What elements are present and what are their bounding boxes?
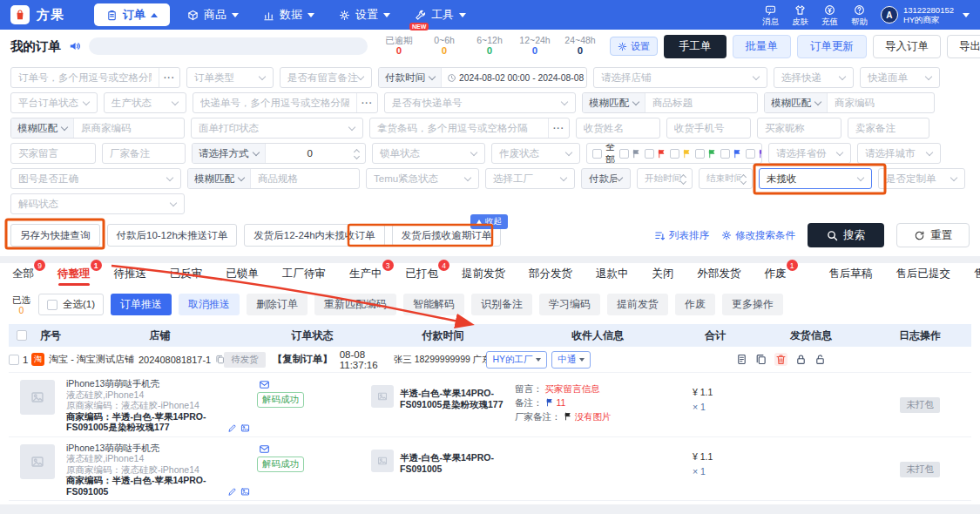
tab-售后已提交[interactable]: 售后已提交 [896,267,951,289]
copy-icon[interactable] [755,354,767,365]
nav-menu-订单[interactable]: 订单 [94,3,170,26]
filter-厂家备注-input[interactable] [103,148,185,159]
filter-商品标题[interactable]: 模糊匹配 [582,92,758,113]
filter-是否定制单[interactable]: 是否定制单 [878,168,965,189]
filter-平台订单状态[interactable]: 平台订单状态 [10,92,98,113]
filter-原商家编码-input[interactable] [74,123,184,133]
manual-order-button[interactable]: 手工单 [664,35,727,58]
speaker-icon[interactable] [69,40,81,52]
nav-menu-商品[interactable]: 商品 [175,0,251,30]
tab-部分发货[interactable]: 部分发货 [529,267,572,289]
filter-收货姓名[interactable] [576,118,660,139]
header-checkbox[interactable] [17,330,27,341]
tab-作废[interactable]: 作废1 [765,267,787,289]
lock-icon[interactable] [795,354,807,365]
filter-快递单号，多个用逗号或空格分隔-input[interactable] [193,98,356,108]
filter-图号是否正确[interactable]: 图号是否正确 [10,168,181,189]
nav-quick-帮助[interactable]: 帮助 [851,4,868,26]
filter-商品规格[interactable]: 模糊匹配 [187,168,360,189]
filter-收货手机号[interactable] [666,118,751,139]
filter-是否有快递单号[interactable]: 是否有快递单号 [384,92,576,113]
row-checkbox[interactable] [9,355,19,365]
action-提前发货[interactable]: 提前发货 [607,294,668,315]
account-menu[interactable]: A 13122280152 HY的商家 [881,5,970,25]
filter-商品标题-input[interactable] [645,98,757,108]
action-更多操作[interactable]: 更多操作 [722,294,783,315]
date-field-select[interactable]: 付款时间 [379,68,442,87]
action-重新匹配编码[interactable]: 重新匹配编码 [314,294,396,315]
action-删除订单[interactable]: 删除订单 [247,294,308,315]
match-mode-select[interactable]: 模糊匹配 [188,169,251,188]
tab-售后完成[interactable]: 售后完成1 [974,267,980,289]
save-quick-query-button[interactable]: 另存为快捷查询 [10,224,100,247]
export-orders-button[interactable]: 导出订单 [947,35,980,58]
filter-买家留言-input[interactable] [11,148,95,159]
filter-flags[interactable]: 全部 [586,143,762,164]
filter-拿货条码，多个用逗号或空格分隔[interactable]: ··· [369,118,570,139]
tab-待整理[interactable]: 待整理1 [57,267,91,289]
nav-menu-数据[interactable]: 数据 [251,0,327,30]
quick-filter-button[interactable]: 发货后12-24h内未揽收订单 [244,224,384,247]
modify-search-link[interactable]: 修改搜索条件 [721,229,795,242]
nav-menu-工具[interactable]: 工具NEW [402,0,478,30]
action-取消推送[interactable]: 取消推送 [179,294,240,315]
nav-quick-皮肤[interactable]: 皮肤 [792,4,808,26]
filter-收货姓名-input[interactable] [577,123,659,133]
mail-icon[interactable] [259,443,270,455]
more-options-button[interactable]: ··· [159,68,179,87]
pic-icon[interactable] [240,487,250,497]
filter-Temu紧急状态[interactable]: Temu紧急状态 [366,168,479,189]
filter-商品规格-input[interactable] [251,173,359,184]
pencil-icon[interactable] [227,487,237,497]
more-options-button[interactable]: ··· [548,118,569,138]
order-update-button[interactable]: 订单更新 [797,35,867,58]
filter-买家留言[interactable] [10,143,96,164]
action-识别备注[interactable]: 识别备注 [471,294,532,315]
filter-订单类型[interactable]: 订单类型 [186,67,274,88]
filter-收货手机号-input[interactable] [667,123,750,133]
filter-0[interactable]: 请选择方式0 [192,143,366,164]
filter-快递单号，多个用逗号或空格分隔[interactable]: ··· [193,92,378,113]
filter-原商家编码[interactable]: 模糊匹配 [10,118,185,139]
trash-icon[interactable] [774,353,787,366]
mail-icon[interactable] [259,379,270,390]
tab-售后草稿[interactable]: 售后草稿 [829,267,873,289]
filter-厂家备注[interactable] [102,143,186,164]
order-main-row[interactable]: 1 淘 淘宝 - 淘宝测试店铺 202408081817-1 待发货 【复制订单… [9,347,971,373]
filter-面单打印状态[interactable]: 面单打印状态 [191,118,363,139]
action-学习编码[interactable]: 学习编码 [539,294,600,315]
filter-订单号，多个用逗号或空格分隔[interactable]: ··· [10,67,180,88]
tab-待推送[interactable]: 待推送 [114,267,147,289]
stats-settings-button[interactable]: 设置 [610,37,658,56]
tab-已锁单[interactable]: 已锁单 [226,267,260,289]
tab-已反审[interactable]: 已反审 [170,267,203,289]
more-options-button[interactable]: ··· [356,93,377,112]
tab-关闭[interactable]: 关闭 [652,267,674,289]
filter-买家昵称[interactable] [757,118,841,139]
flag-checkbox-2[interactable] [670,149,679,159]
flag-all-checkbox[interactable] [592,149,602,159]
search-button[interactable]: 搜索 [808,223,884,247]
select-all-box[interactable]: 全选(1) [38,294,104,315]
batch-order-button[interactable]: 批量单 [733,35,792,58]
tab-全部[interactable]: 全部9 [12,267,34,289]
filter-未揽收[interactable]: 未揽收 [759,168,872,189]
filter-拿货条码，多个用逗号或空格分隔-input[interactable] [370,123,548,133]
action-订单推送[interactable]: 订单推送 [111,294,172,315]
match-mode-select[interactable]: 模糊匹配 [11,118,74,138]
filter-订单号，多个用逗号或空格分隔-input[interactable] [11,72,159,83]
flag-checkbox-4[interactable] [720,149,730,159]
filter-是否有留言备注[interactable]: 是否有留言备注 [280,67,372,88]
filter-卖家备注-input[interactable] [848,123,929,133]
action-作废[interactable]: 作废 [675,294,715,315]
filter-选择快递[interactable]: 选择快递 [774,67,854,88]
collapse-panel-button[interactable]: 收起 [470,214,508,229]
filter-付款后[interactable]: 付款后 [581,168,631,189]
filter-商家编码-input[interactable] [828,98,934,108]
nav-quick-消息[interactable]: 消息 [762,4,779,26]
action-智能解码[interactable]: 智能解码 [403,294,464,315]
filter-锁单状态[interactable]: 锁单状态 [372,143,485,164]
quick-filter-button[interactable]: 付款后10-12h未推送订单 [107,224,238,247]
match-mode-select[interactable]: 模糊匹配 [583,93,645,112]
match-mode-select[interactable]: 模糊匹配 [765,93,828,112]
